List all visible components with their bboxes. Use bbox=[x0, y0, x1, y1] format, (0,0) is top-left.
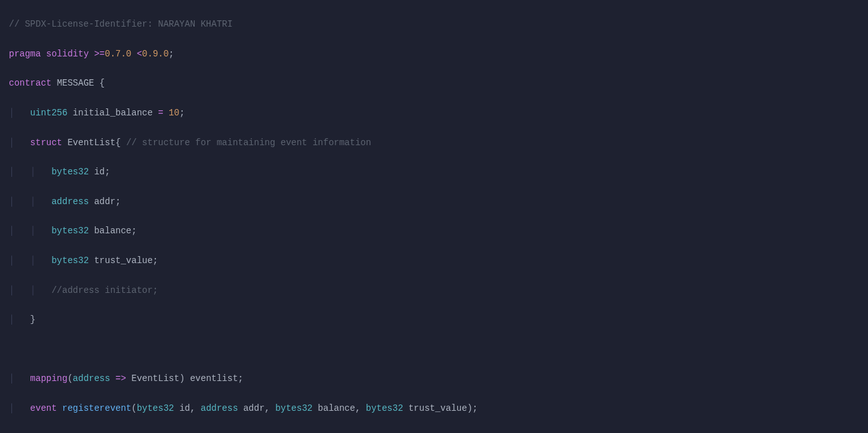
code-line[interactable]: │ } bbox=[9, 313, 868, 327]
code-line[interactable]: │ mapping(address => EventList) eventlis… bbox=[9, 372, 868, 386]
code-line[interactable]: │ event registerevent(bytes32 id, addres… bbox=[9, 401, 868, 416]
code-line[interactable]: pragma solidity >=0.7.0 <0.9.0; bbox=[9, 47, 868, 61]
code-line[interactable]: // SPDX-License-Identifier: NARAYAN KHAT… bbox=[9, 17, 868, 32]
code-editor[interactable]: // SPDX-License-Identifier: NARAYAN KHAT… bbox=[0, 0, 868, 433]
code-line[interactable]: │ struct EventList{ // structure for mai… bbox=[9, 136, 868, 150]
code-line[interactable]: │ │ address addr; bbox=[9, 195, 868, 209]
code-line[interactable]: contract MESSAGE { bbox=[9, 76, 868, 91]
code-line[interactable]: │ │ bytes32 id; bbox=[9, 165, 868, 179]
code-line[interactable] bbox=[9, 342, 868, 357]
code-line[interactable]: │ uint256 initial_balance = 10; bbox=[9, 106, 868, 120]
code-line[interactable]: │ │ //address initiator; bbox=[9, 283, 868, 298]
code-line[interactable] bbox=[9, 431, 868, 433]
code-line[interactable]: │ │ bytes32 balance; bbox=[9, 224, 868, 238]
license-comment: // SPDX-License-Identifier: NARAYAN KHAT… bbox=[9, 19, 233, 29]
code-line[interactable]: │ │ bytes32 trust_value; bbox=[9, 254, 868, 268]
